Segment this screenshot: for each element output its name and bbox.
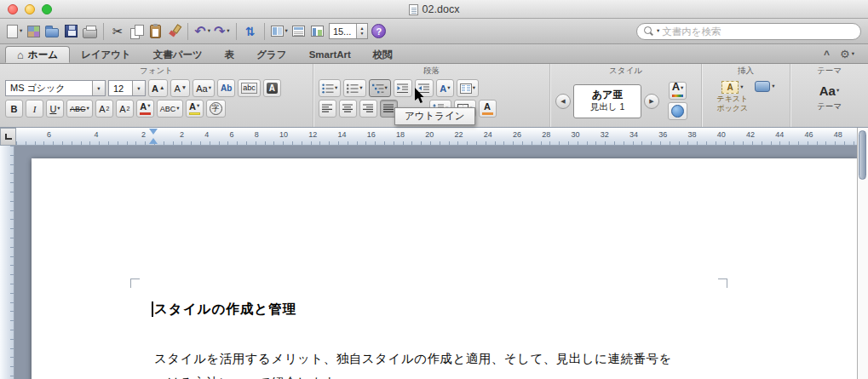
new-document-button[interactable]: ▾ (7, 21, 22, 42)
view-layout-button[interactable]: ▾ (271, 21, 288, 42)
align-right-button[interactable] (359, 100, 377, 118)
tab-smartart[interactable]: SmartArt (298, 46, 362, 63)
document-body-line[interactable]: つける方法について紹介します。 (154, 375, 348, 379)
numbered-list-button[interactable]: ▾ (343, 79, 365, 97)
dropdown-icon[interactable]: ▾ (197, 103, 199, 109)
subscript-button[interactable]: A2 (116, 100, 134, 118)
vertical-scrollbar[interactable] (857, 128, 868, 379)
tab-layout[interactable]: レイアウト (70, 46, 142, 63)
tab-stop-selector[interactable] (0, 128, 16, 146)
font-name-dropdown-icon[interactable]: ▾ (92, 81, 105, 95)
dropdown-icon[interactable]: ▾ (208, 28, 210, 34)
ribbon-settings-button[interactable]: ⚙▾ (840, 48, 854, 60)
dropdown-icon[interactable]: ▾ (227, 28, 229, 34)
search-scope-dropdown-icon[interactable]: ▾ (657, 28, 659, 34)
dropdown-icon[interactable]: ▾ (20, 28, 22, 34)
shape-button[interactable]: ▾ (755, 81, 774, 92)
tab-document-elements[interactable]: 文書パーツ (142, 46, 214, 63)
font-size-dropdown-icon[interactable]: ▾ (132, 81, 145, 95)
text-effects-button[interactable]: A▾ (669, 82, 687, 100)
change-case-button[interactable]: Aa▾ (193, 79, 215, 97)
style-previous-button[interactable]: ◀ (555, 94, 571, 109)
dropdown-icon[interactable]: ▾ (740, 84, 743, 90)
print-button[interactable] (82, 21, 97, 42)
document-body-line[interactable]: スタイルを活用するメリット、独自スタイルの作成と適用、そして、見出しに連続番号を (154, 351, 672, 367)
stepper-down-icon[interactable]: ▼ (359, 32, 364, 37)
manage-styles-button[interactable] (668, 102, 687, 120)
toolbox-button[interactable] (310, 21, 325, 42)
zoom-combobox[interactable]: 15... ▲▼ (329, 23, 368, 39)
horizontal-ruler[interactable]: 642 246810121416182022242628303234363840… (16, 128, 857, 146)
show-formatting-button[interactable]: ⇅ (243, 21, 258, 42)
zoom-stepper[interactable]: ▲▼ (356, 24, 367, 38)
themes-button[interactable]: Aa ▾ (817, 82, 842, 100)
dropdown-icon[interactable]: ▾ (681, 85, 683, 91)
dropdown-icon[interactable]: ▾ (285, 28, 288, 34)
dropdown-icon[interactable]: ▾ (57, 106, 60, 112)
gallery-button[interactable] (26, 21, 41, 42)
style-gallery[interactable]: あア亜 見出し 1 (573, 84, 641, 118)
media-browser-button[interactable] (291, 21, 307, 42)
vertical-ruler[interactable] (0, 146, 14, 379)
undo-button[interactable]: ↶▾ (194, 21, 210, 42)
dropdown-icon[interactable]: ▾ (87, 106, 89, 112)
italic-button[interactable]: I (26, 100, 43, 118)
font-size-combobox[interactable]: 12 ▾ (108, 80, 146, 96)
tab-tables[interactable]: 表 (214, 46, 246, 63)
multilevel-list-button[interactable]: ▾ (369, 79, 391, 97)
decrease-indent-button[interactable] (394, 79, 412, 97)
shrink-font-button[interactable]: A▼ (170, 79, 190, 97)
help-button[interactable]: ? (371, 21, 387, 42)
columns-button[interactable]: ▾ (457, 79, 479, 97)
tab-review[interactable]: 校閲 (362, 46, 404, 63)
shading-button[interactable]: A (479, 100, 497, 118)
paste-button[interactable] (147, 21, 163, 42)
document-page[interactable]: スタイルの作成と管理 スタイルを活用するメリット、独自スタイルの作成と適用、そし… (32, 158, 857, 379)
search-input[interactable] (662, 26, 854, 37)
font-name-combobox[interactable]: MS ゴシック ▾ (5, 80, 106, 96)
dropdown-icon[interactable]: ▾ (209, 85, 211, 91)
format-painter-button[interactable] (166, 21, 181, 42)
document-heading[interactable]: スタイルの作成と管理 (154, 301, 296, 319)
scrollbar-thumb[interactable] (859, 130, 866, 180)
paragraph-group-label: 段落 (313, 66, 549, 77)
tab-layout-label: レイアウト (81, 49, 131, 61)
style-next-button[interactable]: ▶ (644, 94, 659, 109)
collapse-ribbon-button[interactable]: ^ (824, 49, 830, 60)
tab-home[interactable]: ⌂ ホーム (5, 46, 70, 63)
textbox-button[interactable]: A▾ テキスト ボックス (716, 81, 748, 113)
open-button[interactable] (44, 21, 60, 42)
dropdown-icon[interactable]: ▾ (385, 85, 388, 91)
align-center-button[interactable] (339, 100, 357, 118)
cut-button[interactable]: ✂ (110, 21, 125, 42)
dropdown-icon[interactable]: ▾ (176, 106, 179, 112)
dropdown-icon[interactable]: ▾ (447, 85, 450, 91)
bold-button[interactable]: B (5, 100, 23, 118)
save-button[interactable] (63, 21, 78, 42)
copy-button[interactable] (129, 21, 144, 42)
character-shading-button[interactable]: A (263, 79, 281, 97)
phonetic-guide-button[interactable]: Ab (217, 79, 235, 97)
dropdown-icon[interactable]: ▾ (772, 83, 774, 89)
dropdown-icon[interactable]: ▾ (147, 103, 150, 109)
tab-charts[interactable]: グラフ (245, 46, 297, 63)
font-color-button[interactable]: A▾ (136, 100, 154, 118)
bullet-list-button[interactable]: ▾ (319, 79, 341, 97)
grow-font-button[interactable]: A▲ (148, 79, 168, 97)
strikethrough-button[interactable]: ABC▾ (66, 100, 93, 118)
superscript-button[interactable]: A2 (95, 100, 113, 118)
align-left-button[interactable] (319, 100, 336, 118)
enclose-characters-button[interactable]: 字 (206, 100, 226, 118)
dropdown-icon[interactable]: ▾ (836, 88, 839, 94)
redo-button[interactable]: ↷▾ (214, 21, 230, 42)
indent-marker[interactable] (149, 129, 158, 144)
dropdown-icon[interactable]: ▾ (335, 85, 337, 91)
dropdown-icon[interactable]: ▾ (473, 85, 475, 91)
character-border-button[interactable]: abc (238, 79, 261, 97)
underline-button[interactable]: U▾ (46, 100, 64, 118)
text-scale-button[interactable]: A ▾ (436, 79, 454, 97)
change-case-abc-button[interactable]: ABC▾ (157, 100, 183, 118)
search-field[interactable]: ▾ (636, 23, 861, 40)
dropdown-icon[interactable]: ▾ (359, 85, 362, 91)
highlight-button[interactable]: A▾ (186, 100, 204, 118)
